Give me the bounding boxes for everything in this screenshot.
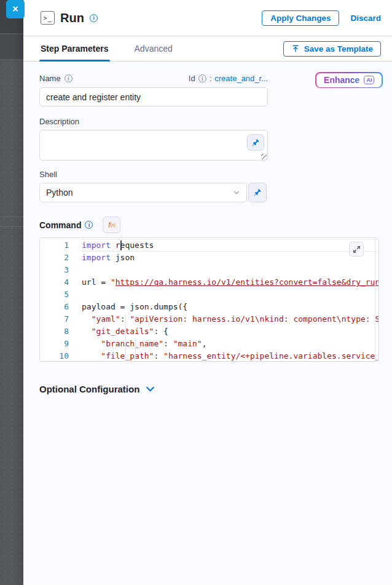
code-line[interactable]: url = "https://qa.harness.io/v1/entities… <box>82 276 378 289</box>
code-line[interactable]: import requests <box>82 239 378 252</box>
pin-icon <box>253 188 262 197</box>
indent-guide <box>125 313 126 362</box>
optional-configuration-label: Optional Configuration <box>39 384 139 394</box>
expand-icon <box>353 245 361 253</box>
pin-input-type-button[interactable] <box>247 134 264 151</box>
indent-guide <box>135 338 136 362</box>
name-label-group: Name <box>39 74 73 83</box>
editor-code[interactable]: import requestsimport jsonurl = "https:/… <box>82 239 378 362</box>
shell-selected-value: Python <box>46 188 73 197</box>
step-id: Id : create_and_r... <box>189 74 268 83</box>
step-config-drawer: >_ Run Apply Changes Discard Step Parame… <box>23 0 392 585</box>
line-number: 7 <box>40 313 69 325</box>
drawer-header: >_ Run Apply Changes Discard <box>23 0 392 36</box>
drawer-close-button[interactable]: × <box>6 0 25 18</box>
code-line[interactable]: payload = json.dumps({ <box>82 301 378 313</box>
tab-step-parameters[interactable]: Step Parameters <box>39 36 110 61</box>
line-number: 6 <box>40 301 69 313</box>
info-icon[interactable] <box>85 221 93 229</box>
id-separator: : <box>210 74 212 83</box>
canvas-divider <box>0 226 23 227</box>
id-value[interactable]: create_and_r... <box>214 74 268 83</box>
shell-field: Python <box>39 183 379 202</box>
pin-icon <box>251 138 260 147</box>
description-label: Description <box>39 117 379 126</box>
upload-icon <box>291 44 300 53</box>
pin-input-type-button[interactable] <box>248 183 267 202</box>
id-label: Id <box>189 74 195 83</box>
name-id-row: Name Id : create_and_r... <box>39 74 268 83</box>
close-icon: × <box>12 4 18 14</box>
ai-badge: AI <box>364 76 374 84</box>
save-as-template-label: Save as Template <box>304 44 373 54</box>
enhance-ai-button[interactable]: Enhance AI <box>315 72 383 88</box>
pipeline-canvas-background <box>0 0 23 585</box>
page-title: Run <box>60 11 84 25</box>
code-line[interactable]: import json <box>82 252 378 264</box>
expression-fx-button[interactable]: f(x) <box>103 217 120 233</box>
info-icon[interactable] <box>90 14 98 22</box>
code-line[interactable]: "file_path": "harness_entity/<+pipeline.… <box>82 350 378 362</box>
code-line[interactable]: "yaml": "apiVersion: harness.io/v1\nkind… <box>82 313 378 325</box>
line-number: 5 <box>40 289 69 301</box>
step-parameters-panel: Name Id : create_and_r... Enhance AI Des… <box>23 62 392 585</box>
line-number: 4 <box>40 276 69 289</box>
code-line[interactable] <box>82 289 378 301</box>
editor-fullscreen-button[interactable] <box>349 242 364 257</box>
apply-changes-button[interactable]: Apply Changes <box>262 10 339 26</box>
scrollbar-track[interactable] <box>375 238 375 361</box>
line-number: 3 <box>40 264 69 276</box>
shell-label: Shell <box>39 170 379 179</box>
optional-configuration-toggle[interactable]: Optional Configuration <box>39 384 379 394</box>
line-number: 8 <box>40 325 69 338</box>
resize-handle[interactable] <box>261 154 267 159</box>
tab-bar: Step Parameters Advanced Save as Templat… <box>23 36 392 62</box>
discard-button[interactable]: Discard <box>350 14 381 23</box>
name-label: Name <box>39 74 61 83</box>
screen: × >_ Run Apply Changes Discard Step Para… <box>0 0 392 585</box>
chevron-down-icon <box>233 189 240 196</box>
command-header-row: Command f(x) <box>39 217 379 233</box>
code-line[interactable]: "git_details": { <box>82 325 378 338</box>
tab-advanced[interactable]: Advanced <box>133 36 174 61</box>
description-field <box>39 130 268 161</box>
chevron-down-icon <box>145 384 155 394</box>
canvas-toolbar-band <box>0 34 23 60</box>
line-number: 9 <box>40 338 69 350</box>
text-cursor <box>120 241 122 250</box>
name-input[interactable] <box>39 87 268 106</box>
editor-gutter: 12345678910 <box>40 239 82 362</box>
command-code-editor[interactable]: 12345678910 import requestsimport jsonur… <box>39 237 379 362</box>
enhance-label: Enhance <box>324 75 359 85</box>
command-label: Command <box>39 220 81 230</box>
line-number: 10 <box>40 350 69 362</box>
info-icon[interactable] <box>198 74 206 82</box>
line-number: 2 <box>40 252 69 264</box>
canvas-divider <box>0 217 23 217</box>
line-number: 1 <box>40 239 69 252</box>
save-as-template-button[interactable]: Save as Template <box>283 41 381 57</box>
code-line[interactable] <box>82 264 378 276</box>
code-line[interactable]: "branch_name": "main", <box>82 338 378 350</box>
description-input[interactable] <box>39 130 268 161</box>
shell-select[interactable]: Python <box>39 183 247 202</box>
run-step-icon: >_ <box>41 11 55 25</box>
info-icon[interactable] <box>65 74 73 82</box>
